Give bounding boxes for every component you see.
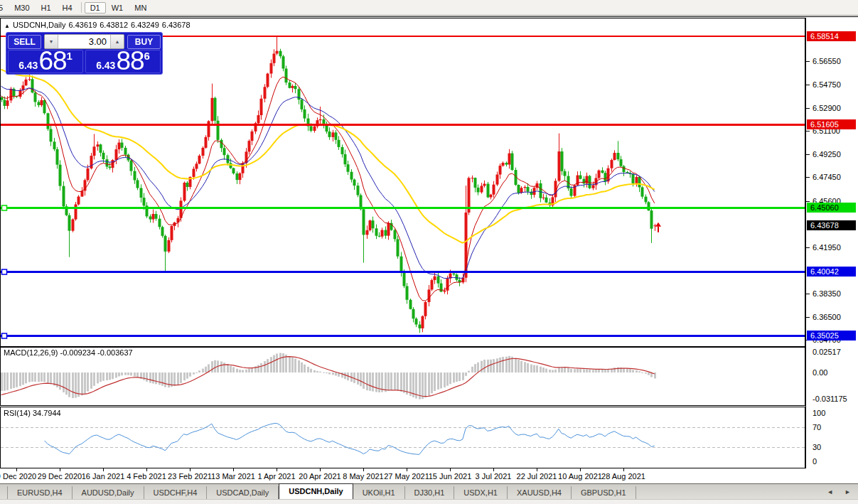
date-axis-label: 16 Jan 2021 xyxy=(82,472,125,481)
chart-tab-usdx-h1[interactable]: USDX,H1 xyxy=(454,486,508,499)
date-axis-tick xyxy=(233,468,234,471)
date-axis-tick xyxy=(363,468,364,471)
price-chart-canvas[interactable] xyxy=(0,18,805,468)
ohlc-low-value: 6.43249 xyxy=(131,21,159,29)
date-axis: 9 Dec 202029 Dec 202016 Jan 20214 Feb 20… xyxy=(0,468,805,484)
price-level-badge: 6.43678 xyxy=(807,220,856,230)
date-axis-tick xyxy=(146,468,147,471)
date-axis-label: 10 Aug 2021 xyxy=(558,472,602,481)
rsi-scale-label: 30 xyxy=(813,443,821,451)
macd-scale-label: -0.031175 xyxy=(813,395,847,403)
chart-tab-audusd-daily[interactable]: AUDUSD,Daily xyxy=(73,486,144,499)
date-axis-tick xyxy=(537,468,537,471)
date-axis-label: 3 Jul 2021 xyxy=(476,472,512,481)
price-axis-tick-label: 6.41950 xyxy=(813,243,841,252)
price-level-badge: 6.58514 xyxy=(807,31,856,41)
chart-tab-dj30-h1[interactable]: DJ30,H1 xyxy=(405,486,455,499)
chart-window: ▲USDCNH,Daily6.436196.438126.432496.4367… xyxy=(0,16,858,484)
price-axis-tick-label: 6.36500 xyxy=(813,313,841,321)
tab-scroll-right-icon[interactable]: ► xyxy=(844,488,851,496)
price-axis-tick-label: 6.38350 xyxy=(813,289,841,298)
buy-price-pip-digit: 6 xyxy=(144,51,150,60)
price-level-badge: 6.40042 xyxy=(807,267,856,277)
chart-tab-gbpusd-h1[interactable]: GBPUSD,H1 xyxy=(572,486,636,499)
chart-tab-usdchf-h4[interactable]: USDCHF,H4 xyxy=(144,486,208,499)
buy-price-display[interactable]: 6.43 88 6 xyxy=(85,50,161,73)
price-level-badge: 6.45060 xyxy=(807,203,856,213)
chart-tab-ukoil-h1[interactable]: UKOil,H1 xyxy=(353,486,405,499)
rsi-scale-label: 0 xyxy=(813,457,817,466)
date-axis-tick xyxy=(407,468,407,471)
timeframe-toolbar: 5M30H1H4D1W1MN xyxy=(0,0,858,16)
chart-tab-usdcnh-daily[interactable]: USDCNH,Daily xyxy=(279,483,353,499)
date-axis-label: 1 Apr 2021 xyxy=(257,472,295,481)
tab-scroll-controls: ◄ ► xyxy=(827,488,851,496)
buy-price-prefix: 6.43 xyxy=(96,60,115,71)
timeframe-button-w1[interactable]: W1 xyxy=(106,2,129,14)
date-axis-tick xyxy=(320,468,321,471)
tab-scroll-left-icon[interactable]: ◄ xyxy=(827,488,833,496)
price-axis-tick xyxy=(806,294,810,294)
ohlc-high-value: 6.43812 xyxy=(100,21,128,29)
price-axis-tick-label: 6.49250 xyxy=(813,150,841,159)
date-axis-tick xyxy=(60,468,60,471)
date-axis-label: 23 Feb 2021 xyxy=(168,472,212,481)
bottom-status-strip xyxy=(0,499,858,504)
price-axis-tick-label: 6.47450 xyxy=(813,173,841,181)
price-axis-tick xyxy=(806,247,810,248)
date-axis-label: 9 Dec 2020 xyxy=(0,472,36,481)
date-axis-label: 8 May 2021 xyxy=(343,472,383,481)
ohlc-open-value: 6.43619 xyxy=(68,21,97,29)
trading-platform-window: 5M30H1H4D1W1MN ▲USDCNH,Daily6.436196.438… xyxy=(0,0,858,504)
toolbar-separator xyxy=(81,2,82,13)
date-axis-tick xyxy=(103,468,104,471)
timeframe-button-m30[interactable]: M30 xyxy=(9,2,35,14)
date-axis-tick xyxy=(277,468,277,471)
rsi-scale-label: 70 xyxy=(813,423,821,431)
date-axis-tick xyxy=(16,468,17,471)
chart-tab-usdcad-daily[interactable]: USDCAD,Daily xyxy=(207,486,279,499)
chart-tab-xauusd-h4[interactable]: XAUUSD,H4 xyxy=(508,486,572,499)
chart-title: ▲USDCNH,Daily6.436196.438126.432496.4367… xyxy=(4,21,193,29)
price-level-badge: 6.51605 xyxy=(807,119,856,129)
price-level-badge: 6.35025 xyxy=(807,331,856,341)
price-axis-tick xyxy=(806,177,810,178)
ohlc-close-value: 6.43678 xyxy=(162,21,191,29)
date-axis-label: 29 Dec 2020 xyxy=(38,472,82,481)
chart-tab-bar: EURUSD,H4AUDUSD,DailyUSDCHF,H4USDCAD,Dai… xyxy=(0,483,858,499)
timeframe-button-5[interactable]: 5 xyxy=(0,2,9,14)
collapse-chart-icon[interactable]: ▲ xyxy=(4,23,10,29)
price-axis-tick-label: 6.56550 xyxy=(813,57,841,65)
rsi-scale-label: 100 xyxy=(813,409,825,417)
date-axis-tick xyxy=(450,468,451,471)
chart-tab-eurusd-h4[interactable]: EURUSD,H4 xyxy=(7,486,73,499)
rsi-indicator-label: RSI(14) 34.7944 xyxy=(4,409,61,417)
date-axis-label: 27 May 2021 xyxy=(384,472,429,481)
price-axis-tick xyxy=(806,317,810,318)
sell-price-display[interactable]: 6.43 68 1 xyxy=(8,50,83,73)
price-axis-tick xyxy=(806,131,810,132)
date-axis-label: 20 Apr 2021 xyxy=(299,472,340,481)
price-axis-tick xyxy=(806,201,810,202)
timeframe-button-h4[interactable]: H4 xyxy=(57,2,78,14)
sell-price-prefix: 6.43 xyxy=(18,60,38,71)
buy-price-big-digits: 88 xyxy=(116,50,144,71)
date-axis-label: 28 Aug 2021 xyxy=(601,472,645,481)
sell-price-pip-digit: 1 xyxy=(67,51,73,60)
price-axis: 6.565506.547506.529006.511006.492506.474… xyxy=(805,18,858,468)
price-axis-tick-label: 6.54750 xyxy=(813,80,841,89)
macd-indicator-label: MACD(12,26,9) -0.009234 -0.003637 xyxy=(4,348,133,357)
price-axis-tick xyxy=(806,154,810,155)
price-axis-tick xyxy=(806,108,810,109)
timeframe-button-mn[interactable]: MN xyxy=(129,2,152,14)
macd-scale-label: 0.02517 xyxy=(813,348,841,356)
date-axis-label: 13 Mar 2021 xyxy=(211,472,255,481)
date-axis-tick xyxy=(190,468,191,471)
timeframe-button-d1[interactable]: D1 xyxy=(85,2,106,14)
price-axis-tick-label: 6.52900 xyxy=(813,104,841,112)
one-click-trade-panel: SELL ▼ ▲ BUY 6.43 68 1 6.43 88 6 xyxy=(6,32,163,75)
sell-button[interactable]: SELL xyxy=(8,35,41,49)
price-axis-tick xyxy=(806,61,810,62)
date-axis-tick xyxy=(623,468,624,471)
timeframe-button-h1[interactable]: H1 xyxy=(36,2,57,14)
